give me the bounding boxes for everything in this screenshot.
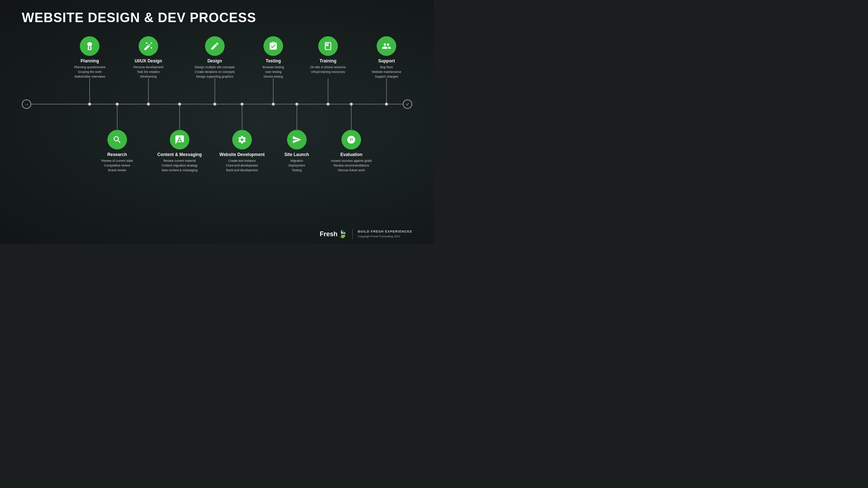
connector-planning <box>89 78 90 104</box>
dot-training <box>327 103 329 106</box>
node-testing: Testing Browser testing User testing Dev… <box>250 36 297 79</box>
content-items: Review current material Content migratio… <box>161 159 198 172</box>
footer-tagline: BUILD FRESH EXPERIENCES Copyright Fresh … <box>358 229 412 239</box>
design-items: Design multiple site concepts Create ite… <box>195 65 235 79</box>
dot-support <box>385 103 388 106</box>
planning-title: Planning <box>81 58 99 63</box>
dot-design <box>213 103 216 106</box>
end-arrow: ✓ <box>403 99 412 109</box>
dot-content <box>178 103 181 106</box>
training-items: On-site or phone sessions Virtual traini… <box>310 65 346 74</box>
support-icon <box>377 36 396 56</box>
connector-webdev <box>242 104 242 131</box>
content-icon <box>170 130 189 149</box>
content-title: Content & Messaging <box>157 152 202 157</box>
research-items: Review of current state Competitive revi… <box>101 159 133 172</box>
dot-testing <box>272 103 275 106</box>
logo: Fresh 🍃 <box>320 230 347 238</box>
footer: Fresh 🍃 BUILD FRESH EXPERIENCES Copyrigh… <box>320 229 412 239</box>
dot-uiux <box>147 103 150 106</box>
training-title: Training <box>319 58 336 63</box>
launch-items: Migration Deployment Testing <box>288 159 305 172</box>
connector-design <box>214 78 215 104</box>
support-items: Bug fixes Website maintenance Support ch… <box>372 65 401 79</box>
research-icon <box>107 130 127 149</box>
testing-icon <box>263 36 283 56</box>
node-launch: Site Launch Migration Deployment Testing <box>273 130 320 172</box>
dot-evaluation <box>350 103 353 106</box>
page-title: WEBSITE DESIGN & DEV PROCESS <box>22 10 412 25</box>
dot-webdev <box>241 103 243 106</box>
connector-launch <box>296 104 297 131</box>
dot-planning <box>88 103 91 106</box>
connector-content <box>179 104 180 131</box>
planning-items: Planning questionnaire Scoping the work … <box>74 65 105 79</box>
evaluation-items: Assess success against goals Review reco… <box>331 159 372 172</box>
connector-evaluation <box>351 104 352 131</box>
design-icon <box>205 36 225 56</box>
connector-support <box>386 78 387 104</box>
dot-research <box>116 103 119 106</box>
launch-icon <box>287 130 307 149</box>
uiux-items: Persona development Task list creation W… <box>133 65 163 79</box>
node-uiux: UI/UX Design Persona development Task li… <box>125 36 172 79</box>
node-training: Training On-site or phone sessions Virtu… <box>303 36 353 74</box>
main-container: WEBSITE DESIGN & DEV PROCESS → ✓ Plannin… <box>0 0 434 244</box>
design-title: Design <box>208 58 222 63</box>
timeline-wrapper: → ✓ Planning Planning questionnaire Scop… <box>22 33 412 207</box>
dot-launch <box>295 103 298 106</box>
node-support: Support Bug fixes Website maintenance Su… <box>363 36 410 79</box>
evaluation-icon <box>341 130 361 149</box>
evaluation-title: Evaluation <box>340 152 363 157</box>
node-content: Content & Messaging Review current mater… <box>152 130 207 172</box>
support-title: Support <box>378 58 395 63</box>
node-webdev: Website Development Create test instance… <box>215 130 269 172</box>
planning-icon <box>80 36 99 56</box>
webdev-title: Website Development <box>220 152 265 157</box>
logo-text: Fresh <box>320 230 337 238</box>
connector-uiux <box>148 78 149 104</box>
node-evaluation: Evaluation Assess success against goals … <box>324 130 378 172</box>
training-icon <box>318 36 338 56</box>
testing-title: Testing <box>266 58 281 63</box>
footer-divider <box>352 229 353 239</box>
start-arrow: → <box>22 99 31 109</box>
launch-title: Site Launch <box>284 152 309 157</box>
timeline-line <box>31 104 403 104</box>
research-title: Research <box>107 152 127 157</box>
connector-training <box>328 78 328 104</box>
connector-research <box>117 104 118 131</box>
node-planning: Planning Planning questionnaire Scoping … <box>66 36 113 79</box>
testing-items: Browser testing User testing Device test… <box>263 65 284 79</box>
webdev-items: Create test instance Front-end developme… <box>226 159 258 172</box>
logo-leaf-icon: 🍃 <box>338 230 347 238</box>
uiux-icon <box>139 36 158 56</box>
node-design: Design Design multiple site concepts Cre… <box>189 36 240 79</box>
uiux-title: UI/UX Design <box>135 58 162 63</box>
node-research: Research Review of current state Competi… <box>92 130 143 172</box>
webdev-icon <box>232 130 252 149</box>
connector-testing <box>273 78 274 104</box>
